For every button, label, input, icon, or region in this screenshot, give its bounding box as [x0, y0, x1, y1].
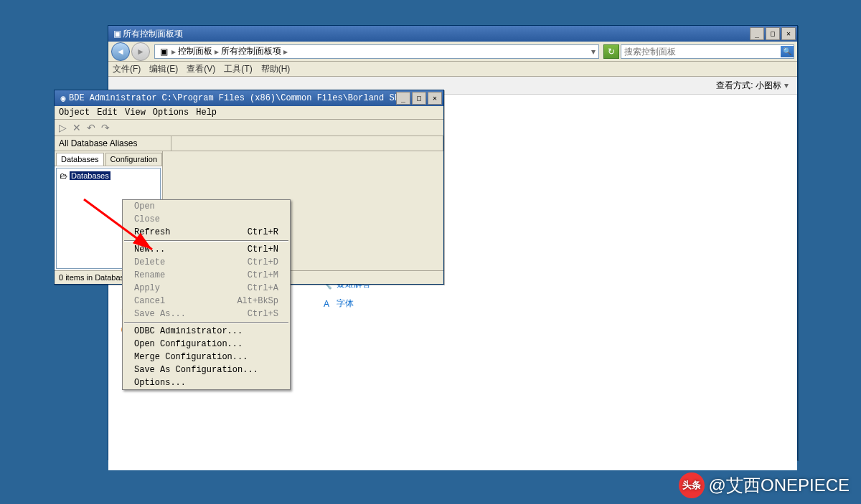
menu-file[interactable]: 文件(F): [113, 63, 141, 75]
breadcrumb-2[interactable]: 所有控制面板项: [221, 45, 281, 57]
ctx-refresh[interactable]: RefreshCtrl+R: [123, 226, 290, 239]
bde-app-icon: ◉: [57, 92, 69, 104]
bde-menu-bar: Object Edit View Options Help: [55, 106, 443, 120]
back-button[interactable]: ◄: [111, 42, 130, 61]
menu-view[interactable]: 查看(V): [187, 63, 215, 75]
menu-help[interactable]: 帮助(H): [261, 63, 291, 75]
bde-menu-options[interactable]: Options: [153, 108, 189, 118]
redo-icon[interactable]: ↷: [101, 122, 110, 133]
tab-configuration[interactable]: Configuration: [105, 153, 162, 166]
forward-button[interactable]: ►: [131, 42, 150, 61]
bde-close-button[interactable]: ✕: [428, 92, 442, 105]
ctx-open: Open: [123, 200, 290, 213]
cp-item[interactable]: A字体: [321, 294, 443, 313]
ctx-close: Close: [123, 213, 290, 226]
bde-menu-object[interactable]: Object: [59, 108, 90, 118]
bde-titlebar: ◉ BDE Administrator C:\Program Files (x8…: [55, 90, 443, 106]
bde-header-row: All Database Aliases: [55, 136, 443, 151]
ctx-options[interactable]: Options...: [123, 376, 290, 389]
menu-edit[interactable]: 编辑(E): [149, 63, 178, 75]
bde-title: BDE Administrator C:\Program Files (x86)…: [69, 93, 396, 103]
maximize-button[interactable]: □: [766, 27, 780, 40]
open-icon[interactable]: ▷: [59, 122, 67, 133]
ctx-saveas: Save As...Ctrl+S: [123, 308, 290, 320]
ctx-opencfg[interactable]: Open Configuration...: [123, 338, 290, 351]
search-button[interactable]: 🔍: [781, 46, 794, 57]
view-mode[interactable]: 小图标: [756, 80, 781, 92]
bde-header-left: All Database Aliases: [55, 136, 171, 151]
cp-titlebar: ▣ 所有控制面板项 _ □ ✕: [108, 26, 797, 42]
context-menu: Open Close RefreshCtrl+R New...Ctrl+N De…: [122, 199, 291, 390]
search-box[interactable]: 🔍: [621, 44, 794, 59]
ctx-cancel: CancelAlt+BkSp: [123, 295, 290, 308]
ctx-delete: DeleteCtrl+D: [123, 256, 290, 269]
ctx-separator: [124, 322, 288, 323]
ctx-new[interactable]: New...Ctrl+N: [123, 243, 290, 256]
address-bar[interactable]: ▣ ▸ 控制面板 ▸ 所有控制面板项 ▸ ▾: [154, 44, 599, 59]
bde-status-text: 0 items in Database: [59, 273, 128, 282]
ctx-rename: RenameCtrl+M: [123, 269, 290, 282]
bde-minimize-button[interactable]: _: [396, 92, 410, 105]
bde-toolbar: ▷ ✕ ↶ ↷: [55, 120, 443, 136]
breadcrumb-1[interactable]: 控制面板: [178, 45, 212, 57]
search-input[interactable]: [621, 47, 781, 57]
tree-root-selected[interactable]: Databases: [70, 171, 110, 180]
refresh-button[interactable]: ↻: [603, 44, 619, 59]
view-label: 查看方式:: [716, 80, 753, 92]
close-button[interactable]: ✕: [781, 27, 796, 40]
undo-icon[interactable]: ↶: [87, 122, 95, 133]
delete-icon[interactable]: ✕: [72, 122, 81, 133]
bde-tabs: Databases Configuration: [55, 151, 162, 166]
cp-title: 所有控制面板项: [123, 28, 750, 40]
view-dropdown-icon[interactable]: ▾: [784, 80, 789, 90]
cp-icon: ▣: [111, 28, 123, 39]
bde-menu-help[interactable]: Help: [196, 108, 217, 118]
bde-maximize-button[interactable]: □: [412, 92, 426, 105]
watermark-text: @艾西ONEPIECE: [709, 474, 850, 497]
watermark-badge: 头条: [679, 472, 705, 498]
watermark: 头条 @艾西ONEPIECE: [679, 472, 850, 498]
tab-databases[interactable]: Databases: [56, 153, 104, 166]
nav-bar: ◄ ► ▣ ▸ 控制面板 ▸ 所有控制面板项 ▸ ▾ ↻ 🔍: [108, 42, 797, 62]
font-icon: A: [321, 298, 332, 310]
ctx-separator: [124, 240, 288, 242]
bde-header-right: [171, 136, 443, 151]
ctx-savecfg[interactable]: Save As Configuration...: [123, 363, 290, 376]
minimize-button[interactable]: _: [750, 27, 764, 40]
ctx-odbc[interactable]: ODBC Administrator...: [123, 325, 290, 338]
ctx-apply: ApplyCtrl+A: [123, 282, 290, 295]
address-dropdown-icon[interactable]: ▾: [591, 47, 596, 57]
cp-menu-bar: 文件(F) 编辑(E) 查看(V) 工具(T) 帮助(H): [108, 62, 797, 77]
cp-path-icon: ▣: [158, 46, 169, 57]
bde-menu-edit[interactable]: Edit: [97, 108, 118, 118]
bde-menu-view[interactable]: View: [125, 108, 146, 118]
menu-tools[interactable]: 工具(T): [224, 63, 252, 75]
ctx-mergecfg[interactable]: Merge Configuration...: [123, 351, 290, 363]
